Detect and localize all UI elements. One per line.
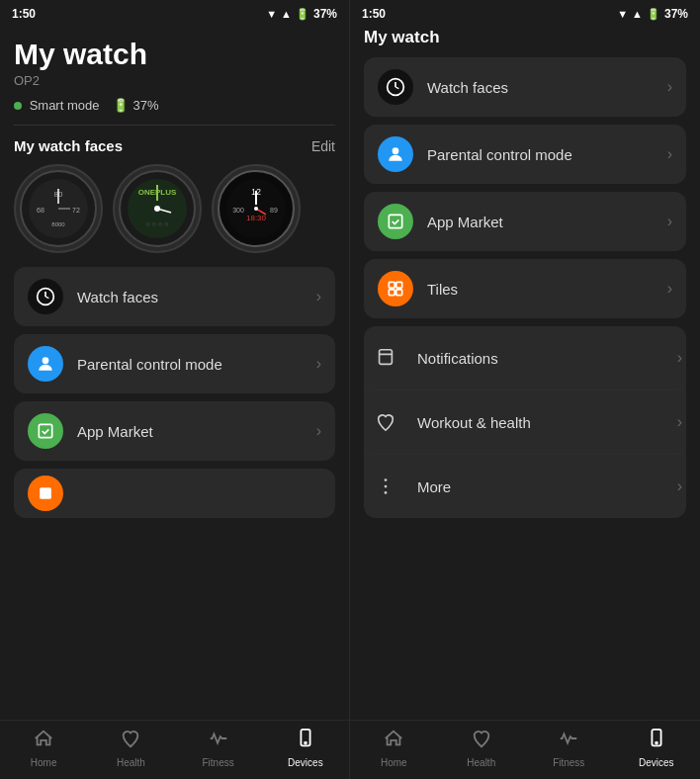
svg-rect-38 xyxy=(396,282,402,288)
nav-devices-left[interactable]: Devices xyxy=(262,721,349,775)
time-right: 1:50 xyxy=(362,7,386,21)
svg-point-27 xyxy=(43,357,49,364)
parental-icon-right xyxy=(378,136,413,172)
parental-icon-left xyxy=(28,346,63,382)
menu-item-appmarket-right[interactable]: App Market › xyxy=(364,192,686,251)
right-content: My watch Watch faces › xyxy=(350,28,700,720)
tiles-icon-right xyxy=(378,271,413,306)
left-content: My watch OP2 Smart mode 🔋 37% My watch f… xyxy=(0,28,349,720)
menu-item-more-right[interactable]: More › xyxy=(364,455,686,518)
signal-icon-left: ▲ xyxy=(281,8,292,20)
nav-fitness-label-right: Fitness xyxy=(553,757,584,768)
nav-health-label-right: Health xyxy=(467,757,495,768)
signal-icon-right: ▲ xyxy=(632,8,643,20)
nav-health-label-left: Health xyxy=(117,757,145,768)
menu-item-parental-right[interactable]: Parental control mode › xyxy=(364,125,686,184)
nav-home-left[interactable]: Home xyxy=(0,721,87,775)
watch-thumb-3[interactable]: 12 18:30 300 89 xyxy=(212,164,301,253)
parental-label-left: Parental control mode xyxy=(77,356,316,373)
svg-point-35 xyxy=(393,147,399,154)
smart-dot xyxy=(14,102,22,110)
svg-text:68: 68 xyxy=(37,207,44,214)
menu-item-parental-left[interactable]: Parental control mode › xyxy=(14,334,335,393)
appmarket-label-right: App Market xyxy=(427,214,667,230)
svg-text:8000: 8000 xyxy=(51,221,65,227)
nav-devices-right[interactable]: Devices xyxy=(613,721,701,775)
menu-item-notifications-right[interactable]: Notifications › xyxy=(364,326,686,390)
appmarket-icon-right xyxy=(378,204,413,239)
nav-home-right[interactable]: Home xyxy=(350,721,438,775)
battery-info: 🔋 37% xyxy=(113,98,158,113)
workout-icon-right xyxy=(368,404,403,440)
menu-item-watch-faces-right[interactable]: Watch faces › xyxy=(364,57,686,117)
svg-rect-39 xyxy=(389,290,394,296)
nav-home-label-right: Home xyxy=(381,757,407,768)
svg-point-13 xyxy=(154,206,160,212)
devices-icon-left xyxy=(295,728,316,754)
watch-subtitle: OP2 xyxy=(14,73,335,88)
nav-fitness-left[interactable]: Fitness xyxy=(175,721,262,775)
battery-icon-left: 🔋 xyxy=(296,8,309,21)
svg-text:○ ○ ○ ○: ○ ○ ○ ○ xyxy=(146,220,169,227)
notifications-icon-right xyxy=(368,340,403,376)
menu-item-tiles-right[interactable]: Tiles › xyxy=(364,259,686,318)
menu-item-partial-left[interactable] xyxy=(14,469,335,518)
right-card-5: Notifications › Workout & health › xyxy=(364,326,686,518)
nav-health-left[interactable]: Health xyxy=(87,721,174,775)
watch-thumb-2[interactable]: ONEPLUS ○ ○ ○ ○ xyxy=(113,164,202,253)
svg-point-45 xyxy=(385,491,388,494)
battery-icon-small: 🔋 xyxy=(113,98,129,113)
chevron-appmarket-right: › xyxy=(667,213,672,230)
chevron-notifications-right: › xyxy=(677,349,682,367)
right-card-2: Parental control mode › xyxy=(364,125,686,184)
edit-button[interactable]: Edit xyxy=(311,138,335,154)
right-card-4: Tiles › xyxy=(364,259,686,318)
menu-item-appmarket-left[interactable]: App Market › xyxy=(14,401,335,461)
svg-point-43 xyxy=(385,478,388,481)
fitness-icon-right xyxy=(558,728,579,754)
nav-fitness-right[interactable]: Fitness xyxy=(525,721,613,775)
smart-mode-row: Smart mode 🔋 37% xyxy=(14,98,335,113)
bottom-nav-right: Home Health Fitness xyxy=(350,720,700,779)
nav-devices-label-right: Devices xyxy=(639,757,674,768)
battery-pct-small: 37% xyxy=(132,98,158,113)
smart-mode-label: Smart mode xyxy=(30,98,100,113)
home-icon-left xyxy=(33,728,54,754)
right-card-3: App Market › xyxy=(364,192,686,251)
svg-line-34 xyxy=(395,87,398,89)
chevron-appmarket-left: › xyxy=(316,422,321,440)
svg-point-31 xyxy=(305,742,306,744)
svg-text:18:30: 18:30 xyxy=(246,214,267,222)
battery-pct-right: 37% xyxy=(664,7,688,21)
fitness-icon-left xyxy=(208,728,229,754)
chevron-tiles-right: › xyxy=(667,280,672,298)
watch-faces-section-title: My watch faces xyxy=(14,137,123,154)
status-icons-left: ▼ ▲ 🔋 37% xyxy=(266,7,337,21)
status-bar-right: 1:50 ▼ ▲ 🔋 37% xyxy=(350,0,700,28)
menu-item-workout-right[interactable]: Workout & health › xyxy=(364,390,686,455)
menu-item-watch-faces-left[interactable]: Watch faces › xyxy=(14,267,335,326)
nav-health-right[interactable]: Health xyxy=(438,721,526,775)
svg-rect-41 xyxy=(380,350,393,365)
more-icon-right xyxy=(368,469,403,504)
appmarket-icon-left xyxy=(28,413,63,449)
time-left: 1:50 xyxy=(12,7,36,21)
watch-thumb-1[interactable]: 80 68 72 8000 xyxy=(14,164,103,253)
watch-faces-label-left: Watch faces xyxy=(77,289,316,305)
more-label-right: More xyxy=(417,478,677,495)
svg-point-47 xyxy=(656,742,657,744)
svg-text:300: 300 xyxy=(232,207,244,214)
workout-label-right: Workout & health xyxy=(417,414,677,431)
smart-mode-indicator: Smart mode xyxy=(14,98,99,113)
parental-label-right: Parental control mode xyxy=(427,146,667,163)
health-icon-right xyxy=(471,728,492,754)
chevron-watch-faces-left: › xyxy=(316,288,321,305)
watch-faces-header: My watch faces Edit xyxy=(14,137,335,154)
devices-icon-right xyxy=(646,728,667,754)
svg-rect-28 xyxy=(39,424,51,437)
svg-point-23 xyxy=(254,207,258,211)
chevron-more-right: › xyxy=(677,477,682,495)
status-icons-right: ▼ ▲ 🔋 37% xyxy=(617,7,688,21)
tiles-label-right: Tiles xyxy=(427,281,667,298)
bottom-nav-left: Home Health Fitness xyxy=(0,720,349,779)
